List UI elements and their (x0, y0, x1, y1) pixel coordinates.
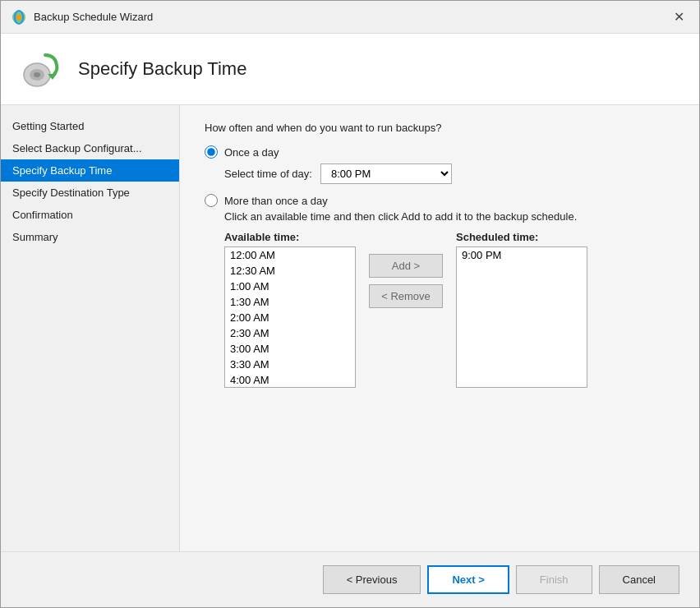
scheduled-time-item[interactable]: 9:00 PM (457, 247, 587, 263)
available-time-listbox[interactable]: 12:00 AM12:30 AM1:00 AM1:30 AM2:00 AM2:3… (224, 246, 356, 388)
close-button[interactable]: ✕ (669, 7, 689, 26)
header-title: Specify Backup Time (78, 58, 246, 80)
main-content: How often and when do you want to run ba… (180, 105, 699, 551)
title-bar-left: Backup Schedule Wizard (11, 9, 153, 25)
time-select-label: Select time of day: (224, 168, 312, 180)
available-time-item[interactable]: 3:00 AM (225, 341, 355, 357)
remove-button[interactable]: < Remove (369, 284, 443, 308)
footer: < Previous Next > Finish Cancel (1, 551, 699, 607)
available-time-label: Available time: (224, 231, 356, 243)
sidebar-item-confirmation[interactable]: Confirmation (1, 204, 179, 226)
available-time-item[interactable]: 2:00 AM (225, 310, 355, 325)
available-time-item[interactable]: 1:00 AM (225, 279, 355, 294)
scheduled-time-label: Scheduled time: (456, 231, 587, 243)
more-description: Click an available time and then click A… (224, 210, 675, 223)
title-bar: Backup Schedule Wizard ✕ (1, 1, 699, 34)
scheduled-time-section: Scheduled time: 9:00 PM (456, 231, 587, 388)
radio-once-input[interactable] (205, 145, 218, 159)
content-area: Getting Started Select Backup Configurat… (1, 105, 699, 551)
window-title: Backup Schedule Wizard (34, 11, 153, 23)
radio-once-option: Once a day Select time of day: 12:00 AM1… (205, 145, 675, 184)
available-time-item[interactable]: 12:00 AM (225, 247, 355, 263)
time-of-day-select[interactable]: 12:00 AM12:30 AM1:00 AM1:30 AM2:00 AM2:3… (320, 164, 452, 184)
scheduled-time-listbox[interactable]: 9:00 PM (456, 246, 587, 388)
sidebar-item-getting-started[interactable]: Getting Started (1, 115, 179, 137)
svg-point-2 (16, 15, 21, 20)
radio-more-option: More than once a day Click an available … (205, 194, 675, 388)
radio-more-input[interactable] (205, 194, 218, 207)
finish-button: Finish (516, 565, 592, 594)
app-icon (11, 9, 27, 25)
time-lists-area: Available time: 12:00 AM12:30 AM1:00 AM1… (224, 231, 675, 388)
sidebar-item-specify-destination-type[interactable]: Specify Destination Type (1, 182, 179, 204)
svg-point-5 (34, 72, 40, 77)
add-button[interactable]: Add > (369, 254, 443, 278)
sidebar: Getting Started Select Backup Configurat… (1, 105, 180, 551)
header-area: Specify Backup Time (1, 34, 699, 105)
sidebar-item-summary[interactable]: Summary (1, 226, 179, 248)
question-text: How often and when do you want to run ba… (205, 122, 675, 134)
time-select-row: Select time of day: 12:00 AM12:30 AM1:00… (224, 164, 675, 184)
available-time-item[interactable]: 1:30 AM (225, 294, 355, 310)
next-button[interactable]: Next > (427, 565, 509, 594)
available-time-item[interactable]: 12:30 AM (225, 263, 355, 279)
available-time-item[interactable]: 3:30 AM (225, 357, 355, 372)
cancel-button[interactable]: Cancel (599, 565, 679, 594)
sidebar-item-select-backup-config[interactable]: Select Backup Configurat... (1, 137, 179, 159)
radio-group: Once a day Select time of day: 12:00 AM1… (205, 145, 675, 388)
radio-more-label[interactable]: More than once a day (205, 194, 675, 207)
sidebar-item-specify-backup-time[interactable]: Specify Backup Time (1, 159, 179, 182)
radio-once-label[interactable]: Once a day (205, 145, 675, 159)
available-time-item[interactable]: 4:00 AM (225, 372, 355, 388)
previous-button[interactable]: < Previous (323, 565, 421, 594)
available-time-item[interactable]: 2:30 AM (225, 325, 355, 341)
wizard-window: Backup Schedule Wizard ✕ Specify Backup … (0, 0, 700, 608)
available-time-section: Available time: 12:00 AM12:30 AM1:00 AM1… (224, 231, 356, 388)
header-icon (21, 47, 65, 91)
add-remove-buttons: Add > < Remove (369, 254, 443, 308)
